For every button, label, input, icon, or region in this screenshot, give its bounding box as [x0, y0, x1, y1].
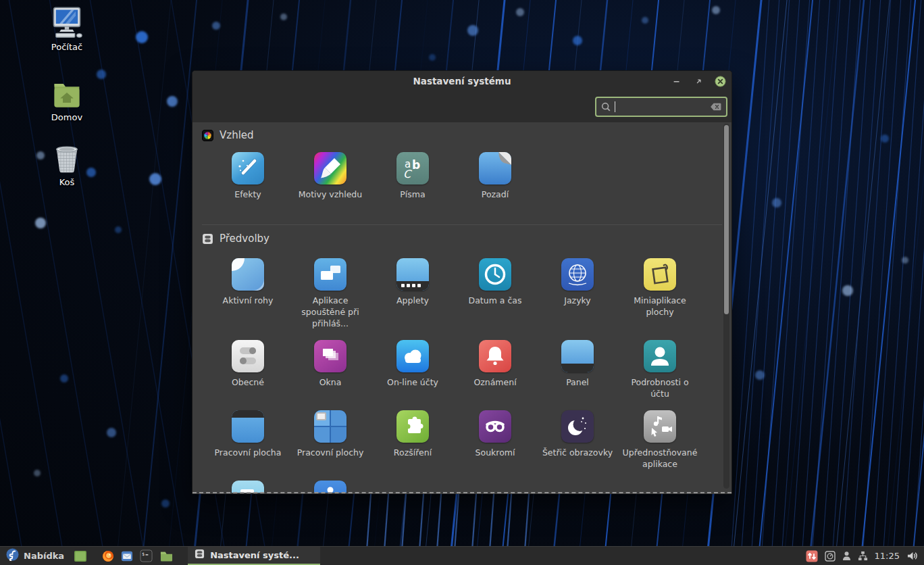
section-header-vzhled: Vzhled — [202, 128, 732, 143]
settings-item-label: Applety — [396, 295, 429, 306]
settings-item-startup-apps[interactable]: Aplikace spouštěné při přihláš... — [289, 258, 371, 329]
settings-item-themes[interactable]: Motivy vzhledu — [289, 152, 371, 200]
settings-item-label: Pracovní plochy — [297, 447, 364, 458]
settings-item-notifications[interactable]: Oznámení — [454, 340, 536, 399]
home-folder-icon — [49, 76, 84, 111]
settings-item-windows[interactable]: Okna — [289, 340, 371, 399]
reports-tray-icon[interactable] — [825, 551, 836, 562]
settings-window: Nastavení systému VzhledEfekty — [192, 70, 732, 494]
minimize-button[interactable] — [671, 75, 683, 87]
settings-item-applets[interactable]: Applety — [371, 258, 454, 329]
launchers: $ — [70, 547, 177, 565]
mail-launcher[interactable] — [118, 547, 136, 565]
maximize-icon — [694, 77, 703, 86]
search-input[interactable] — [595, 97, 727, 117]
close-icon — [715, 76, 726, 87]
settings-item-label: Upřednostňované aplikace — [621, 447, 699, 470]
scrollbar[interactable] — [723, 124, 729, 489]
settings-item-general[interactable]: Obecné — [207, 340, 289, 399]
backgrounds-icon — [479, 152, 511, 185]
settings-item-label: Oznámení — [473, 376, 516, 388]
close-button[interactable] — [714, 75, 726, 87]
clock[interactable]: 11:25 — [875, 551, 900, 561]
settings-item-label: Šetřič obrazovky — [542, 447, 613, 458]
settings-window-icon — [195, 549, 205, 562]
volume-icon[interactable] — [906, 551, 918, 561]
settings-item-effects[interactable]: Efekty — [207, 152, 289, 200]
firefox-icon — [102, 550, 114, 562]
fonts-icon: abC — [396, 152, 429, 185]
section-header-predvolby: Předvolby — [202, 231, 732, 246]
desktop-icon-home-folder[interactable]: Domov — [37, 76, 97, 122]
settings-item-extensions[interactable]: Rozšíření — [371, 410, 454, 470]
settings-item-preferred-apps[interactable]: Upřednostňované aplikace — [619, 410, 701, 470]
desktop-icon-label: Počítač — [51, 42, 82, 52]
scrollbar-thumb[interactable] — [724, 125, 729, 314]
files-launcher[interactable] — [156, 547, 177, 565]
settings-item-hot-corners[interactable]: Aktivní rohy — [207, 258, 289, 329]
panel-icon — [561, 340, 594, 372]
section-label: Předvolby — [220, 232, 270, 245]
languages-icon — [561, 258, 594, 291]
settings-item-fonts[interactable]: abCPísma — [371, 152, 454, 200]
settings-item-panel[interactable]: Panel — [536, 340, 619, 399]
taskbar: Nabídka $ Nastavení systé... 11:25 — [0, 546, 924, 565]
window-titlebar[interactable]: Nastavení systému — [192, 71, 732, 91]
svg-text:$: $ — [142, 551, 145, 556]
settings-item-label: Obecné — [232, 376, 264, 388]
desktop-icon-computer[interactable]: Počítač — [37, 5, 97, 52]
search-icon — [600, 101, 611, 112]
screensaver-icon — [561, 410, 594, 443]
firefox-launcher[interactable] — [99, 547, 118, 565]
show-desktop-icon — [74, 549, 87, 563]
terminal-launcher[interactable]: $ — [136, 547, 156, 565]
settings-item-label: Efekty — [234, 189, 261, 200]
maximize-button[interactable] — [692, 75, 704, 87]
settings-item-partial-a[interactable] — [207, 481, 289, 493]
section-grid-predvolby: Aktivní rohyAplikace spouštěné při přihl… — [192, 258, 732, 493]
general-icon — [232, 340, 264, 372]
window-resize-edge[interactable] — [192, 492, 732, 494]
settings-item-label: Motivy vzhledu — [299, 189, 362, 200]
settings-item-label: Jazyky — [564, 295, 591, 306]
network-tray-icon[interactable] — [858, 551, 868, 561]
trash-icon — [49, 141, 84, 176]
taskbar-window-button[interactable]: Nastavení systé... — [188, 547, 320, 565]
desktop-icon-trash[interactable]: Koš — [37, 141, 97, 187]
settings-item-date-time[interactable]: Datum a čas — [454, 258, 536, 329]
desktop-icon-label: Koš — [59, 177, 75, 187]
effects-icon — [232, 152, 264, 185]
settings-item-languages[interactable]: Jazyky — [536, 258, 619, 329]
taskbar-window-label: Nastavení systé... — [210, 550, 299, 560]
startup-apps-icon — [314, 258, 346, 291]
partial-a-icon — [232, 481, 264, 493]
menu-label: Nabídka — [24, 551, 64, 561]
settings-item-screensaver[interactable]: Šetřič obrazovky — [536, 410, 619, 470]
settings-item-desklets[interactable]: Miniaplikace plochy — [619, 258, 701, 329]
applets-icon — [396, 258, 429, 291]
preferred-apps-icon — [644, 410, 676, 443]
files-icon — [159, 549, 174, 562]
date-time-icon — [479, 258, 511, 291]
settings-item-label: Okna — [319, 376, 342, 388]
clear-search-icon[interactable] — [710, 102, 722, 112]
settings-item-label: Aktivní rohy — [223, 295, 274, 306]
section-separator — [202, 224, 722, 225]
settings-item-partial-b[interactable] — [289, 481, 371, 493]
menu-button[interactable]: Nabídka — [0, 547, 70, 565]
settings-item-backgrounds[interactable]: Pozadí — [454, 152, 536, 200]
settings-item-label: Pracovní plocha — [215, 447, 282, 458]
privacy-icon — [479, 410, 511, 443]
settings-item-workspaces[interactable]: Pracovní plochy — [289, 410, 371, 470]
settings-item-account-details[interactable]: Podrobnosti o účtu — [619, 340, 701, 399]
settings-item-desktop[interactable]: Pracovní plocha — [207, 410, 289, 470]
desktop-icon-label: Domov — [51, 112, 82, 122]
svg-text:b: b — [412, 158, 420, 172]
settings-item-privacy[interactable]: Soukromí — [454, 410, 536, 470]
settings-item-online-accounts[interactable]: On-line účty — [371, 340, 454, 399]
partial-b-icon — [314, 481, 346, 493]
user-tray-icon[interactable] — [842, 551, 851, 561]
updates-tray-icon[interactable] — [806, 550, 818, 562]
desklets-icon — [644, 258, 676, 291]
show-desktop-button[interactable] — [70, 547, 91, 565]
